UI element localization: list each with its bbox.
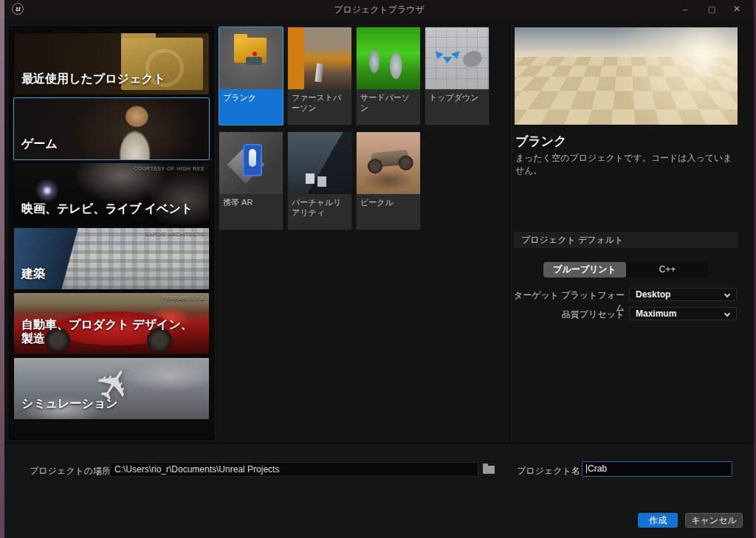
- close-button[interactable]: ✕: [729, 2, 745, 15]
- template-detail-title: ブランク: [515, 133, 567, 150]
- category-label: シミュレーション: [21, 396, 203, 410]
- template-label: 携帯 AR: [219, 194, 283, 230]
- category-film-tv-live-events[interactable]: COURTESY OF HIGH RES 映画、テレビ、ライブ イベント: [13, 162, 210, 225]
- category-automotive-product-design[interactable]: FERRARI S.P.A 自動車、プロダクト デザイン、製造: [13, 292, 210, 355]
- image-credit: SAFDIE ARCHITECTS: [145, 231, 205, 236]
- cancel-button[interactable]: キャンセル: [685, 513, 743, 528]
- quality-preset-select[interactable]: Maximum: [629, 307, 737, 320]
- template-thumbnail: [219, 132, 283, 194]
- cpp-toggle-button[interactable]: C++: [626, 262, 709, 277]
- category-recent-projects[interactable]: 最近使用したプロジェクト: [13, 32, 210, 95]
- browse-folder-icon[interactable]: [483, 466, 495, 474]
- template-preview-image: [514, 27, 738, 125]
- mannequin-figure: [458, 46, 487, 72]
- gun-icon: [315, 63, 323, 83]
- template-first-person[interactable]: ファーストパーソン: [287, 27, 352, 125]
- template-label: サードパーソン: [357, 89, 420, 125]
- template-third-person[interactable]: サードパーソン: [356, 27, 421, 125]
- quality-preset-label: 品質プリセット: [506, 308, 625, 321]
- category-label: ゲーム: [21, 137, 203, 151]
- chevron-down-icon: [724, 311, 730, 317]
- buggy-icon: [371, 149, 409, 168]
- project-name-label: プロジェクト名: [517, 465, 580, 477]
- window-title: プロジェクトブラウザ: [4, 4, 754, 16]
- template-top-down[interactable]: トップダウン: [425, 27, 489, 125]
- titlebar[interactable]: u プロジェクトブラウザ – ▢ ✕: [4, 0, 754, 18]
- minimize-button[interactable]: –: [677, 2, 693, 15]
- template-thumbnail: [357, 132, 420, 194]
- preview-sun-glare: [515, 27, 738, 125]
- template-label: ビークル: [357, 194, 420, 230]
- category-label: 自動車、プロダクト デザイン、製造: [21, 317, 203, 345]
- template-detail-description: まったく空のプロジェクトです。コードは入っていません。: [515, 152, 737, 177]
- project-type-toggle: ブループリント C++: [543, 262, 709, 277]
- category-games[interactable]: ゲーム: [13, 97, 210, 160]
- image-credit: COURTESY OF HIGH RES: [134, 166, 205, 171]
- project-name-input[interactable]: Crab: [582, 461, 732, 477]
- phone-icon: [243, 144, 262, 176]
- target-platform-select[interactable]: Desktop: [629, 288, 737, 301]
- template-thumbnail: [357, 27, 420, 89]
- project-browser-window: u プロジェクトブラウザ – ▢ ✕ 最近使用したプロジェクト ゲーム COUR…: [0, 0, 756, 538]
- blueprint-toggle-button[interactable]: ブループリント: [543, 262, 626, 277]
- category-simulation[interactable]: ✈ シミュレーション: [13, 357, 210, 420]
- text-caret: [586, 464, 587, 473]
- create-button[interactable]: 作成: [638, 513, 678, 528]
- template-thumbnail: [288, 27, 351, 89]
- template-label: トップダウン: [425, 89, 489, 125]
- category-label: 最近使用したプロジェクト: [21, 72, 203, 86]
- template-label: ファーストパーソン: [288, 89, 351, 125]
- box-shape: [317, 176, 326, 187]
- gamepad-icon: [246, 57, 262, 65]
- category-architecture[interactable]: SAFDIE ARCHITECTS 建築: [13, 227, 210, 290]
- arrow-icon: [433, 51, 444, 60]
- project-defaults-header: プロジェクト デフォルト: [514, 232, 738, 248]
- template-virtual-reality[interactable]: バーチャルリアリティ: [287, 131, 352, 230]
- project-name-value: Crab: [588, 463, 607, 474]
- target-platform-value: Desktop: [636, 289, 670, 300]
- template-handheld-ar[interactable]: 携帯 AR: [219, 131, 284, 230]
- project-location-input[interactable]: [109, 462, 478, 477]
- template-vehicle[interactable]: ビークル: [356, 131, 421, 230]
- template-label: バーチャルリアリティ: [288, 194, 351, 230]
- quality-preset-value: Maximum: [636, 308, 676, 319]
- template-blank[interactable]: ブランク: [219, 27, 284, 125]
- template-thumbnail: [288, 132, 351, 194]
- template-thumbnail: [219, 27, 283, 89]
- project-location-label: プロジェクトの場所: [30, 465, 111, 477]
- chevron-down-icon: [724, 292, 730, 297]
- template-label: ブランク: [219, 89, 283, 125]
- category-label: 映画、テレビ、ライブ イベント: [21, 201, 203, 215]
- arrow-icon: [443, 57, 452, 63]
- image-credit: FERRARI S.P.A: [163, 296, 205, 301]
- maximize-button[interactable]: ▢: [704, 2, 720, 15]
- template-thumbnail: [425, 27, 489, 89]
- panel-divider: [509, 22, 510, 443]
- category-label: 建築: [21, 266, 203, 280]
- box-shape: [306, 173, 315, 184]
